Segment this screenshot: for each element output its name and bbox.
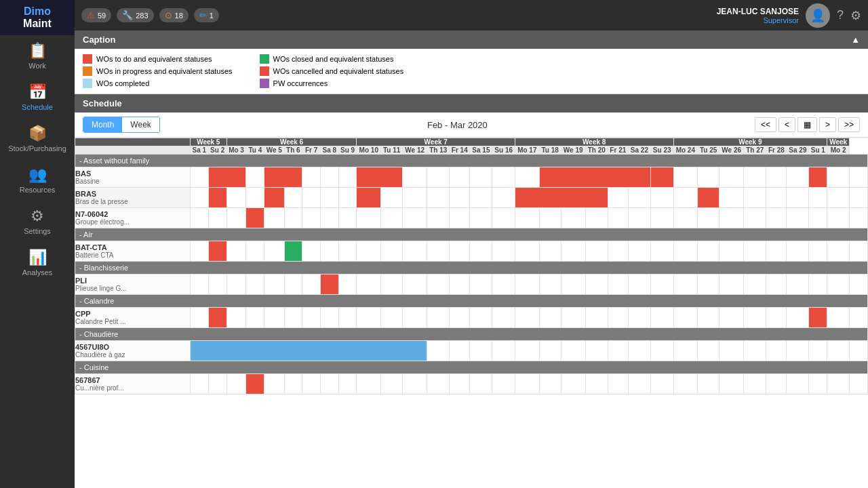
day-cell — [744, 188, 766, 208]
alert-icon: ⚠ — [87, 10, 95, 20]
day-cell — [246, 208, 264, 228]
asset-name-cell: 567867Cu...nière prof... — [75, 374, 191, 394]
day-cell — [827, 208, 850, 228]
nav-last[interactable]: >> — [838, 117, 860, 132]
day-cell — [246, 374, 264, 394]
help-icon[interactable]: ? — [837, 8, 844, 22]
alerts-badge[interactable]: ⚠ 59 — [81, 8, 111, 22]
day-cell — [450, 167, 470, 188]
day-cell — [302, 374, 321, 394]
asset-code: 4567UI8O — [75, 343, 190, 351]
day-cell — [357, 208, 381, 228]
completed-color — [83, 79, 92, 88]
day-fr28: Fr 28 — [766, 146, 787, 155]
day-cell — [264, 308, 284, 328]
calendar-container[interactable]: Week 5 Week 6 Week 7 Week 8 Week 9 Week — [75, 138, 868, 488]
nav-next[interactable]: > — [819, 117, 836, 132]
day-cell — [787, 274, 809, 295]
table-row: 567867Cu...nière prof... — [75, 374, 868, 394]
day-cell — [744, 374, 766, 394]
sidebar-item-resources[interactable]: 👥 Resources — [0, 159, 75, 201]
sidebar-item-analyses[interactable]: 📊 Analyses — [0, 242, 75, 283]
day-cell — [264, 274, 284, 295]
asset-code: BAS — [75, 169, 190, 178]
day-cell — [719, 241, 744, 262]
alerts-count: 59 — [98, 12, 106, 20]
day-cell — [470, 341, 492, 361]
day-cell — [608, 341, 628, 361]
day-tu18: Tu 18 — [539, 146, 561, 155]
day-cell — [427, 188, 450, 208]
day-cell — [470, 374, 492, 394]
day-cell — [320, 374, 338, 394]
day-cell — [450, 374, 470, 394]
day-cell — [698, 374, 719, 394]
day-cell — [673, 241, 698, 262]
caption-item-cancelled: WOs cancelled and equivalent statuses — [260, 66, 404, 76]
caption-panel: Caption ▲ WOs to do and equivalent statu… — [75, 30, 868, 94]
settings-topbar-icon[interactable]: ⚙ — [850, 8, 861, 23]
day-cell — [492, 167, 515, 188]
day-cell — [650, 374, 673, 394]
day-cell — [744, 208, 766, 228]
sidebar-item-settings[interactable]: ⚙ Settings — [0, 201, 75, 242]
day-cell — [744, 167, 766, 188]
day-cell — [403, 208, 427, 228]
day-cell — [673, 274, 698, 295]
day-cell — [539, 341, 561, 361]
day-cell — [302, 308, 321, 328]
sidebar-item-work[interactable]: 📋 Work — [0, 35, 75, 77]
asset-code: BAT-CTA — [75, 243, 190, 251]
day-cell — [809, 341, 827, 361]
day-cell — [585, 241, 608, 262]
day-fr14: Fr 14 — [450, 146, 470, 155]
week5-header: Week 5 — [191, 138, 227, 146]
day-cell — [766, 374, 787, 394]
day-cell — [650, 167, 673, 188]
caption-item-inprogress: WOs in progress and equivalent statuses — [83, 66, 233, 76]
day-fr7: Fr 7 — [302, 146, 321, 155]
day-cell — [357, 241, 381, 262]
tab-week[interactable]: Week — [122, 117, 159, 132]
day-cell — [628, 241, 650, 262]
wrenches-badge[interactable]: 🔧 283 — [117, 8, 153, 22]
sidebar-item-stock-label: Stock/Purchasing — [8, 144, 66, 152]
day-cell — [470, 188, 492, 208]
day-tu11: Tu 11 — [381, 146, 403, 155]
sidebar-item-analyses-label: Analyses — [22, 268, 53, 277]
nav-prev[interactable]: < — [778, 117, 795, 132]
caption-item-closed: WOs closed and equivalent statuses — [260, 54, 404, 64]
day-cell — [585, 208, 608, 228]
day-cell — [492, 208, 515, 228]
day-cell — [827, 274, 850, 295]
wrench-icon: 🔧 — [122, 10, 133, 20]
nav-first[interactable]: << — [755, 117, 776, 132]
day-cell — [246, 188, 264, 208]
day-cell — [381, 241, 403, 262]
tab-month[interactable]: Month — [83, 117, 122, 132]
day-cell — [515, 188, 608, 208]
topbar: ⚠ 59 🔧 283 ⊙ 18 ✏ 1 JEAN-LUC SANJOSE Sup… — [75, 0, 868, 30]
group-row: - Chaudière — [75, 328, 868, 341]
day-cell — [698, 274, 719, 295]
caption-collapse-icon[interactable]: ▲ — [851, 35, 860, 45]
sidebar-item-stock[interactable]: 📦 Stock/Purchasing — [0, 118, 75, 159]
circles-badge[interactable]: ⊙ 18 — [159, 8, 189, 22]
day-cell — [628, 188, 650, 208]
day-cell — [673, 167, 698, 188]
day-cell — [191, 188, 209, 208]
week7-header: Week 7 — [357, 138, 515, 146]
day-cell — [809, 208, 827, 228]
day-cell — [673, 208, 698, 228]
day-cell — [608, 274, 628, 295]
pencil-badge[interactable]: ✏ 1 — [194, 8, 219, 22]
asset-header-cell — [75, 138, 191, 146]
asset-name-cell: PLIPlieuse linge G... — [75, 274, 191, 295]
day-cell — [338, 208, 357, 228]
day-cell — [357, 188, 381, 208]
nav-grid[interactable]: ▦ — [797, 117, 817, 132]
day-cell — [849, 341, 867, 361]
avatar[interactable]: 👤 — [806, 3, 830, 28]
day-cell — [673, 308, 698, 328]
sidebar-item-schedule[interactable]: 📅 Schedule — [0, 77, 75, 118]
